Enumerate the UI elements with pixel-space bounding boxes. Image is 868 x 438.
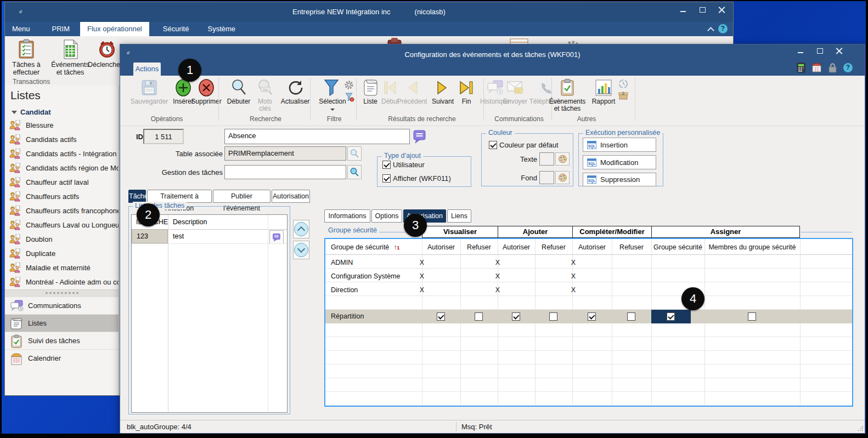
utilisateur-checkbox[interactable] [382, 161, 391, 169]
list-item[interactable]: Montréal - Adiointe adm ou comm [5, 275, 119, 289]
events-tasks-button[interactable]: Évènements et tâches [546, 77, 588, 112]
help-icon[interactable]: ? [718, 24, 728, 33]
fond-palette-button[interactable] [555, 171, 570, 184]
afficher-checkbox[interactable] [382, 174, 391, 183]
close-button[interactable] [836, 48, 843, 54]
comment-icon[interactable] [413, 129, 426, 146]
minimize-button[interactable] [797, 48, 804, 54]
header-ajouter-autoriser[interactable]: Autoriser [498, 239, 535, 255]
tasks-to-do-button[interactable]: Tâches à effectuer [7, 39, 46, 76]
list-item[interactable]: Chauffeurs Laval ou Longueuil acti [5, 218, 119, 232]
row-repartition[interactable]: Répartition [325, 310, 852, 323]
move-down-button[interactable] [293, 241, 309, 259]
close-button[interactable] [718, 7, 725, 13]
next-button[interactable]: Suivant [429, 77, 456, 105]
maximize-button[interactable] [699, 7, 706, 13]
keywords-button[interactable]: Abc Mots clés [253, 77, 277, 112]
move-up-button[interactable] [293, 220, 309, 238]
header-groupe-securite[interactable]: Groupe sécurité [651, 239, 704, 255]
header-membres-groupe[interactable]: Membres du groupe sécurité [704, 239, 800, 255]
task-desc-cell[interactable]: test [173, 232, 184, 240]
tree-collapse-icon[interactable] [12, 111, 17, 114]
tab-traitement-insertion[interactable]: Traitement à l'insertion [147, 190, 212, 203]
cell-x[interactable]: X [487, 286, 509, 294]
cell-x[interactable]: X [411, 286, 433, 294]
save-button[interactable]: Sauvegarder [127, 77, 171, 105]
tab-menu[interactable]: Menu [5, 22, 37, 36]
list-item[interactable]: Candidats actifs [5, 133, 119, 147]
tree-root-candidat[interactable]: Candidat [20, 108, 51, 116]
previous-button[interactable]: Précédent [396, 77, 428, 105]
calendar-icon[interactable] [811, 62, 822, 73]
tab-prim[interactable]: PRIM [45, 22, 77, 36]
suppression-sql-button[interactable]: SQL Suppression [583, 173, 656, 186]
list-item[interactable]: Chauffeurs actifs [5, 190, 119, 204]
sidebar-nav-suivi-taches[interactable]: Suivi des tâches [5, 332, 119, 350]
maximize-button[interactable] [816, 48, 824, 54]
cell-x[interactable]: X [487, 259, 509, 266]
report-button[interactable]: Rapport [590, 77, 617, 105]
tab-actions[interactable]: Actions [133, 62, 161, 76]
list-item[interactable]: Blessure [5, 118, 119, 133]
sidebar-nav-calendrier[interactable]: Calendrier [5, 349, 119, 367]
tab-liens[interactable]: Liens [447, 209, 471, 223]
tab-informations[interactable]: Informations [324, 209, 370, 223]
repartition-groupe-securite-checkbox[interactable] [667, 312, 675, 321]
repartition-ajouter-autoriser-checkbox[interactable] [512, 312, 520, 321]
tab-options[interactable]: Options [371, 209, 402, 223]
cell-x[interactable]: X [562, 286, 584, 294]
list-item[interactable]: Duplicate [5, 247, 119, 261]
repartition-visualiser-refuser-checkbox[interactable] [475, 312, 483, 321]
list-item[interactable]: Maladie et maternité [5, 261, 119, 275]
fond-color-field[interactable] [539, 171, 554, 184]
history-clock-icon[interactable] [618, 79, 628, 91]
cell-x[interactable]: X [562, 272, 584, 280]
filter-clear-icon[interactable] [345, 92, 354, 104]
header-visualiser-autoriser[interactable]: Autoriser [422, 239, 460, 255]
task-comment-button[interactable] [269, 230, 284, 244]
repartition-visualiser-autoriser-checkbox[interactable] [437, 312, 445, 321]
cell-x[interactable]: X [411, 272, 433, 280]
row-configuration-systeme[interactable]: Configuration Système [331, 272, 400, 280]
calculator-icon[interactable] [797, 62, 805, 73]
tab-autorisation-left[interactable]: Autorisation [272, 190, 310, 203]
tab-securite[interactable]: Sécurité [156, 22, 196, 36]
list-item[interactable]: Candidats actifs région de Montré [5, 161, 119, 175]
sidebar-splitter[interactable] [5, 289, 119, 297]
task-id-cell[interactable]: 123 [132, 229, 168, 243]
send-button[interactable]: Envoyer [503, 77, 528, 105]
event-name-field[interactable]: Absence [224, 129, 410, 144]
repartition-completer-autoriser-checkbox[interactable] [588, 312, 596, 321]
minimize-button[interactable] [680, 7, 687, 13]
selection-dropdown-caret[interactable] [330, 109, 335, 111]
header-completer-refuser[interactable]: Refuser [612, 239, 651, 255]
list-item[interactable]: Doublon [5, 232, 119, 247]
modification-sql-button[interactable]: SQL Modification [583, 155, 656, 169]
couleur-defaut-checkbox[interactable] [489, 141, 497, 149]
tab-tache[interactable]: Tâche [128, 190, 146, 203]
row-direction[interactable]: Direction [331, 286, 358, 294]
repartition-completer-refuser-checkbox[interactable] [627, 312, 635, 321]
sidebar-nav-listes[interactable]: Listes [5, 314, 119, 332]
list-item[interactable]: Candidats actifs - Intégration [5, 147, 119, 161]
list-button[interactable]: Liste [360, 77, 380, 105]
resize-grip[interactable] [858, 426, 863, 431]
table-associee-field[interactable]: PRIMRemplacement [224, 146, 346, 161]
insertion-sql-button[interactable]: SQL Insertion [583, 138, 656, 152]
cell-x[interactable]: X [487, 272, 509, 280]
tab-systeme[interactable]: Système [200, 22, 243, 36]
help-icon[interactable]: ? [843, 63, 853, 72]
header-completer-autoriser[interactable]: Autoriser [572, 239, 612, 255]
lock-icon[interactable] [828, 62, 837, 73]
repartition-groupe-securite-cell-selected[interactable] [651, 310, 691, 323]
filter-settings-icon[interactable] [344, 80, 354, 92]
cell-x[interactable]: X [562, 259, 584, 266]
row-admin[interactable]: ADMIN [331, 259, 353, 266]
tab-publier-evenement[interactable]: Publier l'événement [213, 190, 270, 203]
repartition-ajouter-refuser-checkbox[interactable] [549, 312, 557, 321]
archive-box-icon[interactable] [618, 91, 628, 102]
search-begin-button[interactable]: Débuter [224, 77, 253, 105]
tab-flux-operationnel[interactable]: Flux opérationnel [80, 22, 149, 36]
last-button[interactable]: Fin [456, 77, 476, 105]
texte-palette-button[interactable] [555, 152, 570, 166]
